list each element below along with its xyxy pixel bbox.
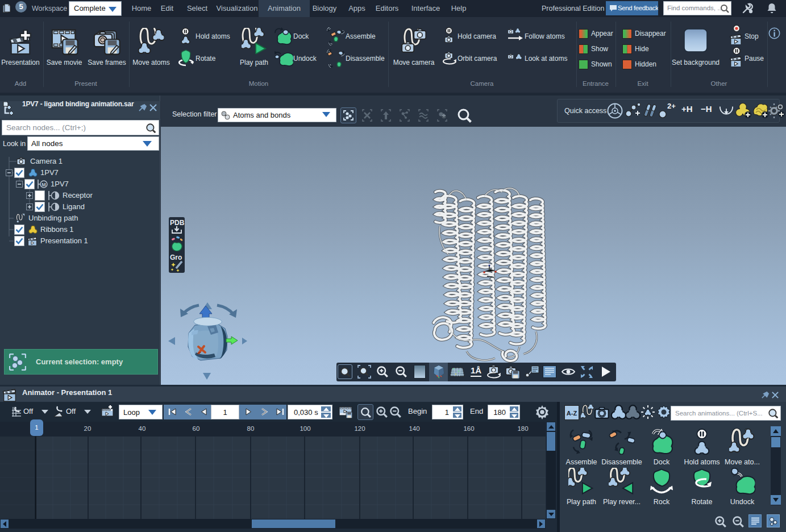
svg-text:M: M <box>41 182 46 188</box>
svg-text:2+: 2+ <box>667 102 676 110</box>
